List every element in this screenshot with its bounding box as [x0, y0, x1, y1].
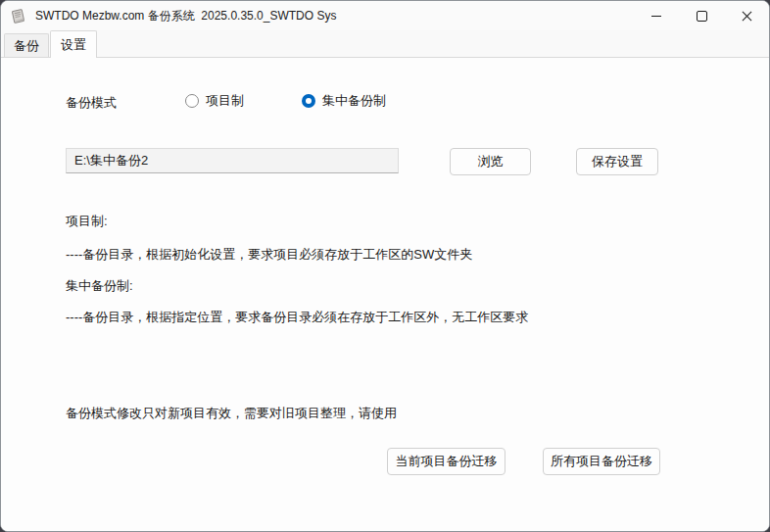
central-mode-description: ----备份目录，根据指定位置，要求备份目录必须在存放于工作区外，无工作区要求 — [66, 309, 528, 326]
close-icon — [742, 11, 752, 22]
close-button[interactable] — [724, 1, 769, 30]
radio-option-central[interactable]: 集中备份制 — [302, 92, 386, 110]
save-settings-button[interactable]: 保存设置 — [576, 148, 658, 175]
project-mode-description: ----备份目录，根据初始化设置，要求项目必须存放于工作区的SW文件夹 — [66, 246, 472, 264]
tab-backup-label: 备份 — [14, 37, 39, 55]
minimize-icon — [651, 16, 661, 17]
save-settings-button-label: 保存设置 — [592, 153, 643, 170]
radio-project-label: 项目制 — [206, 92, 244, 110]
tab-strip — [1, 30, 769, 57]
minimize-button[interactable] — [634, 1, 679, 30]
project-mode-heading: 项目制: — [66, 213, 108, 230]
app-window: SWTDO Mezbw.com 备份系统 2025.0.35.0_SWTDO S… — [0, 0, 770, 532]
maximize-button[interactable] — [679, 1, 724, 30]
migrate-all-button-label: 所有项目备份迁移 — [551, 453, 652, 470]
window-title: SWTDO Mezbw.com 备份系统 2025.0.35.0_SWTDO S… — [35, 8, 336, 24]
backup-mode-label: 备份模式 — [66, 94, 117, 112]
migrate-current-button[interactable]: 当前项目备份迁移 — [387, 448, 505, 475]
central-mode-heading: 集中备份制: — [66, 277, 133, 295]
radio-central-icon[interactable] — [302, 94, 315, 108]
tab-settings-label: 设置 — [61, 36, 86, 54]
radio-project-icon[interactable] — [185, 94, 199, 108]
backup-path-input[interactable] — [66, 148, 399, 173]
migration-note: 备份模式修改只对新项目有效，需要对旧项目整理，请使用 — [66, 405, 397, 422]
browse-button[interactable]: 浏览 — [450, 148, 531, 175]
titlebar: SWTDO Mezbw.com 备份系统 2025.0.35.0_SWTDO S… — [1, 1, 769, 30]
caption-buttons — [634, 1, 769, 30]
migrate-current-button-label: 当前项目备份迁移 — [396, 453, 498, 470]
browse-button-label: 浏览 — [478, 153, 504, 170]
radio-option-project[interactable]: 项目制 — [185, 92, 244, 110]
maximize-icon — [697, 11, 707, 22]
app-icon — [10, 8, 26, 24]
migrate-all-button[interactable]: 所有项目备份迁移 — [543, 448, 660, 475]
radio-central-label: 集中备份制 — [322, 92, 386, 110]
tab-backup[interactable]: 备份 — [4, 33, 49, 57]
tab-settings[interactable]: 设置 — [50, 30, 97, 58]
